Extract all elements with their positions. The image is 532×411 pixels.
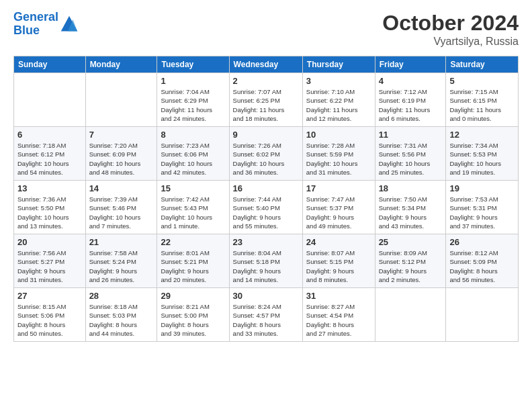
day-cell: 12Sunrise: 7:34 AM Sunset: 5:53 PM Dayli…	[446, 127, 519, 181]
day-info: Sunrise: 7:26 AM Sunset: 6:02 PM Dayligh…	[233, 141, 299, 177]
day-cell: 7Sunrise: 7:20 AM Sunset: 6:09 PM Daylig…	[85, 127, 157, 181]
day-info: Sunrise: 7:04 AM Sunset: 6:29 PM Dayligh…	[161, 87, 225, 123]
day-info: Sunrise: 7:31 AM Sunset: 5:56 PM Dayligh…	[379, 141, 443, 177]
day-number: 31	[306, 291, 371, 301]
day-info: Sunrise: 7:23 AM Sunset: 6:06 PM Dayligh…	[161, 141, 225, 177]
day-info: Sunrise: 7:12 AM Sunset: 6:19 PM Dayligh…	[379, 87, 443, 123]
day-info: Sunrise: 7:18 AM Sunset: 6:12 PM Dayligh…	[17, 141, 82, 177]
day-number: 6	[17, 130, 82, 140]
day-number: 7	[89, 130, 154, 140]
weekday-thursday: Thursday	[302, 56, 375, 73]
day-info: Sunrise: 7:07 AM Sunset: 6:25 PM Dayligh…	[233, 87, 299, 123]
day-cell: 10Sunrise: 7:28 AM Sunset: 5:59 PM Dayli…	[302, 127, 375, 181]
day-cell: 4Sunrise: 7:12 AM Sunset: 6:19 PM Daylig…	[375, 73, 446, 127]
weekday-wednesday: Wednesday	[229, 56, 302, 73]
day-cell: 20Sunrise: 7:56 AM Sunset: 5:27 PM Dayli…	[14, 234, 86, 288]
day-number: 19	[449, 183, 515, 193]
calendar: SundayMondayTuesdayWednesdayThursdayFrid…	[13, 56, 519, 342]
day-number: 26	[449, 237, 515, 247]
day-info: Sunrise: 7:10 AM Sunset: 6:22 PM Dayligh…	[306, 87, 371, 123]
title-block: October 2024 Vyartsilya, Russia	[382, 11, 519, 48]
week-row-4: 20Sunrise: 7:56 AM Sunset: 5:27 PM Dayli…	[14, 234, 519, 288]
day-cell	[446, 288, 519, 342]
day-number: 21	[89, 237, 154, 247]
day-info: Sunrise: 7:47 AM Sunset: 5:37 PM Dayligh…	[306, 195, 371, 230]
day-cell: 29Sunrise: 8:21 AM Sunset: 5:00 PM Dayli…	[157, 288, 229, 342]
header: General Blue October 2024 Vyartsilya, Ru…	[13, 11, 519, 48]
day-cell: 2Sunrise: 7:07 AM Sunset: 6:25 PM Daylig…	[229, 73, 302, 127]
week-row-2: 6Sunrise: 7:18 AM Sunset: 6:12 PM Daylig…	[14, 127, 519, 181]
day-cell: 1Sunrise: 7:04 AM Sunset: 6:29 PM Daylig…	[157, 73, 229, 127]
day-cell: 17Sunrise: 7:47 AM Sunset: 5:37 PM Dayli…	[302, 181, 375, 234]
day-number: 27	[17, 291, 82, 301]
month-title: October 2024	[382, 11, 519, 36]
day-info: Sunrise: 8:07 AM Sunset: 5:15 PM Dayligh…	[306, 248, 371, 284]
logo-text: General Blue	[13, 11, 58, 38]
week-row-1: 1Sunrise: 7:04 AM Sunset: 6:29 PM Daylig…	[14, 73, 519, 127]
day-info: Sunrise: 7:36 AM Sunset: 5:50 PM Dayligh…	[17, 195, 82, 230]
day-info: Sunrise: 7:15 AM Sunset: 6:15 PM Dayligh…	[449, 87, 515, 123]
day-cell: 5Sunrise: 7:15 AM Sunset: 6:15 PM Daylig…	[446, 73, 519, 127]
day-info: Sunrise: 7:39 AM Sunset: 5:46 PM Dayligh…	[89, 195, 154, 230]
day-cell: 30Sunrise: 8:24 AM Sunset: 4:57 PM Dayli…	[229, 288, 302, 342]
day-cell: 28Sunrise: 8:18 AM Sunset: 5:03 PM Dayli…	[85, 288, 157, 342]
day-info: Sunrise: 8:18 AM Sunset: 5:03 PM Dayligh…	[89, 302, 154, 338]
day-cell	[375, 288, 446, 342]
day-number: 24	[306, 237, 371, 247]
day-info: Sunrise: 8:27 AM Sunset: 4:54 PM Dayligh…	[306, 302, 371, 338]
day-info: Sunrise: 7:28 AM Sunset: 5:59 PM Dayligh…	[306, 141, 371, 177]
day-number: 4	[379, 76, 443, 86]
day-cell	[14, 73, 86, 127]
day-number: 12	[449, 130, 515, 140]
day-cell: 11Sunrise: 7:31 AM Sunset: 5:56 PM Dayli…	[375, 127, 446, 181]
weekday-monday: Monday	[85, 56, 157, 73]
day-number: 17	[306, 183, 371, 193]
day-info: Sunrise: 7:20 AM Sunset: 6:09 PM Dayligh…	[89, 141, 154, 177]
location-title: Vyartsilya, Russia	[382, 36, 519, 48]
day-cell: 27Sunrise: 8:15 AM Sunset: 5:06 PM Dayli…	[14, 288, 86, 342]
day-cell: 9Sunrise: 7:26 AM Sunset: 6:02 PM Daylig…	[229, 127, 302, 181]
day-number: 9	[233, 130, 299, 140]
day-info: Sunrise: 7:42 AM Sunset: 5:43 PM Dayligh…	[161, 195, 225, 230]
day-number: 13	[17, 183, 82, 193]
day-number: 25	[379, 237, 443, 247]
day-number: 15	[161, 183, 225, 193]
day-cell: 3Sunrise: 7:10 AM Sunset: 6:22 PM Daylig…	[302, 73, 375, 127]
day-number: 28	[89, 291, 154, 301]
weekday-saturday: Saturday	[446, 56, 519, 73]
day-cell: 6Sunrise: 7:18 AM Sunset: 6:12 PM Daylig…	[14, 127, 86, 181]
week-row-5: 27Sunrise: 8:15 AM Sunset: 5:06 PM Dayli…	[14, 288, 519, 342]
day-number: 22	[161, 237, 225, 247]
day-number: 18	[379, 183, 443, 193]
day-number: 2	[233, 76, 299, 86]
day-cell: 14Sunrise: 7:39 AM Sunset: 5:46 PM Dayli…	[85, 181, 157, 234]
day-cell: 19Sunrise: 7:53 AM Sunset: 5:31 PM Dayli…	[446, 181, 519, 234]
day-info: Sunrise: 7:53 AM Sunset: 5:31 PM Dayligh…	[449, 195, 515, 230]
day-cell: 22Sunrise: 8:01 AM Sunset: 5:21 PM Dayli…	[157, 234, 229, 288]
day-number: 14	[89, 183, 154, 193]
day-cell: 18Sunrise: 7:50 AM Sunset: 5:34 PM Dayli…	[375, 181, 446, 234]
day-info: Sunrise: 8:01 AM Sunset: 5:21 PM Dayligh…	[161, 248, 225, 284]
day-info: Sunrise: 8:04 AM Sunset: 5:18 PM Dayligh…	[233, 248, 299, 284]
day-number: 29	[161, 291, 225, 301]
weekday-tuesday: Tuesday	[157, 56, 229, 73]
day-cell: 13Sunrise: 7:36 AM Sunset: 5:50 PM Dayli…	[14, 181, 86, 234]
logo: General Blue	[13, 11, 79, 38]
day-cell: 16Sunrise: 7:44 AM Sunset: 5:40 PM Dayli…	[229, 181, 302, 234]
day-info: Sunrise: 7:44 AM Sunset: 5:40 PM Dayligh…	[233, 195, 299, 230]
day-number: 20	[17, 237, 82, 247]
day-info: Sunrise: 8:24 AM Sunset: 4:57 PM Dayligh…	[233, 302, 299, 338]
week-row-3: 13Sunrise: 7:36 AM Sunset: 5:50 PM Dayli…	[14, 181, 519, 234]
day-cell: 31Sunrise: 8:27 AM Sunset: 4:54 PM Dayli…	[302, 288, 375, 342]
day-info: Sunrise: 8:15 AM Sunset: 5:06 PM Dayligh…	[17, 302, 82, 338]
day-number: 23	[233, 237, 299, 247]
day-cell: 15Sunrise: 7:42 AM Sunset: 5:43 PM Dayli…	[157, 181, 229, 234]
day-cell: 8Sunrise: 7:23 AM Sunset: 6:06 PM Daylig…	[157, 127, 229, 181]
weekday-sunday: Sunday	[14, 56, 86, 73]
day-cell: 26Sunrise: 8:12 AM Sunset: 5:09 PM Dayli…	[446, 234, 519, 288]
day-info: Sunrise: 7:58 AM Sunset: 5:24 PM Dayligh…	[89, 248, 154, 284]
day-number: 11	[379, 130, 443, 140]
day-cell: 25Sunrise: 8:09 AM Sunset: 5:12 PM Dayli…	[375, 234, 446, 288]
day-info: Sunrise: 8:12 AM Sunset: 5:09 PM Dayligh…	[449, 248, 515, 284]
logo-icon	[60, 15, 79, 34]
